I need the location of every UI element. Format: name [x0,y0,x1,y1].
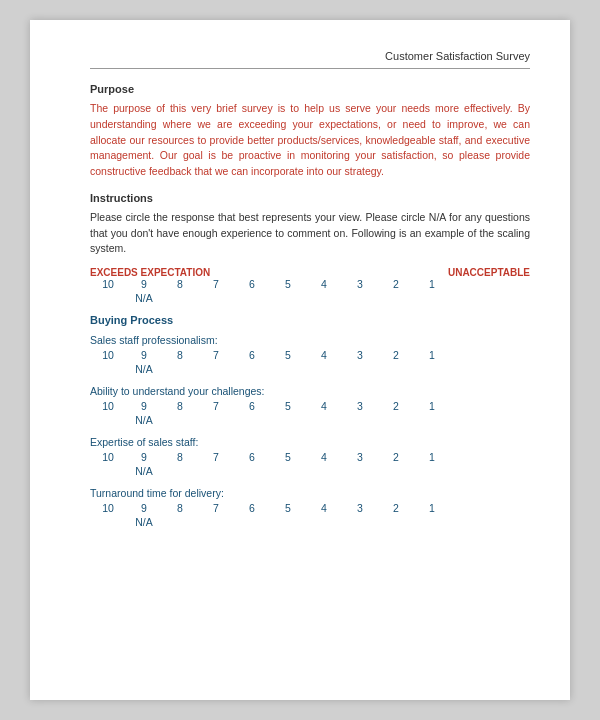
question-4: Turnaround time for delivery: 1098765432… [90,487,530,528]
question-3-na: N/A [90,465,530,477]
scale-num-7: 7 [198,278,234,290]
question-2: Ability to understand your challenges: 1… [90,385,530,426]
page-header: Customer Satisfaction Survey [90,50,530,69]
scale-labels-row: EXCEEDS EXPECTATION UNACCEPTABLE [90,267,530,278]
question-1-label: Sales staff professionalism: [90,334,530,346]
instructions-heading: Instructions [90,192,530,204]
scale-num-3: 3 [342,278,378,290]
buying-process-title: Buying Process [90,314,530,326]
scale-num-1: 1 [414,278,450,290]
question-4-na: N/A [90,516,530,528]
scale-num-9: 9 [126,278,162,290]
question-3: Expertise of sales staff: 10987654321 N/… [90,436,530,477]
scale-right-label: UNACCEPTABLE [448,267,530,278]
question-1-na: N/A [90,363,530,375]
question-1-numbers: 10987654321 [90,349,530,361]
instructions-text: Please circle the response that best rep… [90,210,530,257]
question-3-label: Expertise of sales staff: [90,436,530,448]
purpose-heading: Purpose [90,83,530,95]
scale-example-na: N/A [90,292,530,304]
question-4-numbers: 10987654321 [90,502,530,514]
question-1: Sales staff professionalism: 10987654321… [90,334,530,375]
question-2-na: N/A [90,414,530,426]
scale-num-6: 6 [234,278,270,290]
scale-example-numbers: 10 9 8 7 6 5 4 3 2 1 [90,278,530,290]
question-3-numbers: 10987654321 [90,451,530,463]
question-2-numbers: 10987654321 [90,400,530,412]
scale-num-10: 10 [90,278,126,290]
scale-num-4: 4 [306,278,342,290]
question-2-label: Ability to understand your challenges: [90,385,530,397]
scale-example-block: EXCEEDS EXPECTATION UNACCEPTABLE 10 9 8 … [90,267,530,304]
survey-title: Customer Satisfaction Survey [385,50,530,62]
purpose-text: The purpose of this very brief survey is… [90,101,530,180]
scale-left-label: EXCEEDS EXPECTATION [90,267,210,278]
survey-page: Customer Satisfaction Survey Purpose The… [30,20,570,700]
question-4-label: Turnaround time for delivery: [90,487,530,499]
scale-num-8: 8 [162,278,198,290]
scale-num-2: 2 [378,278,414,290]
scale-num-5: 5 [270,278,306,290]
scale-na-label: N/A [126,292,162,304]
